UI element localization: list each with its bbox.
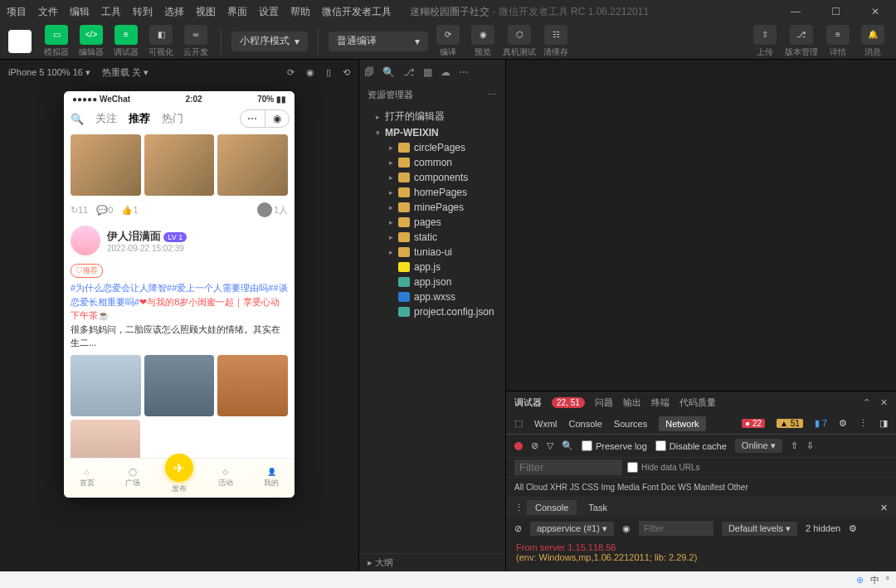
post-content[interactable]: #为什么恋爱会让人降智##爱上一个人需要理由吗##谈恋爱长相重要吗#❤与我的8岁…: [71, 281, 288, 350]
version-button[interactable]: ⎇: [790, 25, 813, 45]
feed-image[interactable]: [71, 420, 140, 459]
more-icon[interactable]: ⋯: [488, 90, 497, 100]
devtab-output[interactable]: 输出: [623, 396, 641, 409]
tree-folder[interactable]: ▸tuniao-ui: [359, 245, 505, 260]
context-select[interactable]: appservice (#1) ▾: [530, 522, 614, 536]
filter-icon[interactable]: ▽: [547, 440, 553, 451]
tree-open-editors[interactable]: ▸打开的编辑器: [359, 108, 505, 125]
tab-me[interactable]: 👤我的: [248, 459, 295, 498]
retweet-count[interactable]: ↻11: [71, 205, 88, 216]
tree-file[interactable]: project.config.json: [359, 304, 505, 319]
upload-icon[interactable]: ⇧: [791, 440, 798, 451]
tab-activity[interactable]: ◇活动: [202, 459, 249, 498]
menu-select[interactable]: 选择: [164, 5, 184, 19]
tab-recommend[interactable]: 推荐: [129, 111, 150, 126]
filter-types[interactable]: All Cloud XHR JS CSS Img Media Font Doc …: [514, 483, 748, 492]
nettab-sources[interactable]: Sources: [614, 419, 647, 429]
inspect-icon[interactable]: ⬚: [514, 418, 523, 429]
ime-indicator[interactable]: ⊕: [856, 575, 864, 586]
username[interactable]: 伊人泪满面: [107, 230, 161, 242]
task-tab[interactable]: Task: [580, 500, 616, 515]
mode-select[interactable]: 小程序模式 ▾: [231, 32, 308, 51]
menu-goto[interactable]: 转到: [133, 5, 153, 19]
menu-edit[interactable]: 编辑: [70, 5, 90, 19]
tab-follow[interactable]: 关注: [95, 111, 117, 126]
menu-help[interactable]: 帮助: [290, 5, 310, 19]
feed-image[interactable]: [71, 355, 141, 416]
levels-select[interactable]: Default levels ▾: [722, 522, 797, 536]
console-tab[interactable]: Console: [527, 500, 577, 515]
device-select[interactable]: iPhone 5 100% 16 ▾: [8, 67, 90, 78]
close-icon[interactable]: ✕: [880, 397, 888, 408]
menu-ui[interactable]: 界面: [227, 5, 247, 19]
editor-button[interactable]: </>: [80, 25, 103, 45]
clear-icon[interactable]: ⊘: [514, 523, 522, 534]
download-icon[interactable]: ⇩: [806, 440, 814, 451]
gear-icon[interactable]: ⚙: [839, 418, 847, 429]
preserve-log-checkbox[interactable]: Preserve log: [582, 440, 647, 451]
compile-mode-select[interactable]: 普通编译 ▾: [329, 32, 428, 51]
tree-folder[interactable]: ▸static: [359, 230, 505, 245]
ext-icon[interactable]: ▦: [423, 66, 432, 78]
tab-plaza[interactable]: ◯广场: [110, 459, 157, 498]
comment-count[interactable]: 💬0: [96, 205, 113, 216]
record-icon[interactable]: [514, 442, 523, 450]
preview-button[interactable]: ◉: [471, 25, 494, 45]
visual-button[interactable]: ◧: [149, 25, 173, 45]
devtab-debugger[interactable]: 调试器: [514, 396, 542, 409]
close-icon[interactable]: ◉: [265, 110, 290, 127]
menu-project[interactable]: 项目: [7, 5, 27, 19]
tree-folder[interactable]: ▸common: [359, 155, 505, 170]
clear-icon[interactable]: ⊘: [531, 440, 538, 451]
real-device-button[interactable]: ⬡: [508, 25, 531, 45]
mini-program-capsule[interactable]: ⋯◉: [240, 109, 290, 128]
message-button[interactable]: 🔔: [861, 25, 884, 45]
console-filter-input[interactable]: [639, 521, 713, 536]
hide-data-urls-checkbox[interactable]: Hide data URLs: [627, 462, 700, 473]
devtab-quality[interactable]: 代码质量: [679, 396, 716, 409]
eye-icon[interactable]: ◉: [622, 523, 631, 534]
devtab-issues[interactable]: 问题: [595, 396, 613, 409]
nettab-wxml[interactable]: Wxml: [534, 419, 558, 429]
branch-icon[interactable]: ⎇: [403, 66, 415, 78]
cloud-icon[interactable]: ☁: [441, 66, 450, 78]
menu-view[interactable]: 视图: [196, 5, 216, 19]
outline-section[interactable]: ▸ 大纲: [359, 553, 505, 573]
tree-root[interactable]: ▾MP-WEIXIN: [359, 125, 505, 140]
menu-wxdev[interactable]: 微信开发者工具: [322, 5, 392, 19]
refresh-icon[interactable]: ⟳: [287, 67, 295, 78]
hot-reload-select[interactable]: 热重载 关 ▾: [102, 66, 149, 79]
nettab-console[interactable]: Console: [569, 419, 602, 429]
avatar[interactable]: [71, 226, 100, 255]
more-icon[interactable]: ⋮: [859, 418, 868, 429]
tree-folder[interactable]: ▸minePages: [359, 200, 505, 215]
feed-image[interactable]: [144, 355, 215, 416]
upload-button[interactable]: ⇧: [753, 25, 777, 45]
rotate-icon[interactable]: ⟲: [343, 67, 350, 78]
like-count[interactable]: 👍1: [121, 205, 138, 216]
menu-tool[interactable]: 工具: [101, 5, 121, 19]
tree-folder[interactable]: ▸homePages: [359, 185, 505, 200]
close-icon[interactable]: ✕: [880, 503, 888, 513]
device-icon[interactable]: ▯: [326, 67, 331, 78]
nettab-network[interactable]: Network: [659, 416, 705, 431]
gear-icon[interactable]: ⚙: [849, 523, 857, 534]
console-menu-icon[interactable]: ⋮: [514, 503, 523, 513]
debugger-button[interactable]: ≡: [114, 25, 138, 45]
devtab-terminal[interactable]: 终端: [651, 396, 670, 409]
tab-home[interactable]: ⌂首页: [64, 459, 110, 498]
files-icon[interactable]: 🗐: [364, 66, 374, 78]
detail-button[interactable]: ≡: [826, 25, 850, 45]
close-button[interactable]: ✕: [861, 0, 889, 23]
tab-publish[interactable]: ✈发布: [156, 459, 202, 498]
tree-folder[interactable]: ▸pages: [359, 215, 505, 230]
dock-icon[interactable]: ◨: [879, 418, 888, 429]
search-icon[interactable]: 🔍: [382, 66, 395, 78]
clear-cache-button[interactable]: ☷: [544, 25, 567, 45]
more-icon[interactable]: ⋯: [459, 66, 469, 78]
disable-cache-checkbox[interactable]: Disable cache: [655, 440, 727, 451]
tree-folder[interactable]: ▸components: [359, 170, 505, 185]
tab-hot[interactable]: 热门: [162, 111, 183, 126]
simulator-button[interactable]: ▭: [45, 25, 68, 45]
tree-file[interactable]: app.js: [359, 260, 505, 275]
